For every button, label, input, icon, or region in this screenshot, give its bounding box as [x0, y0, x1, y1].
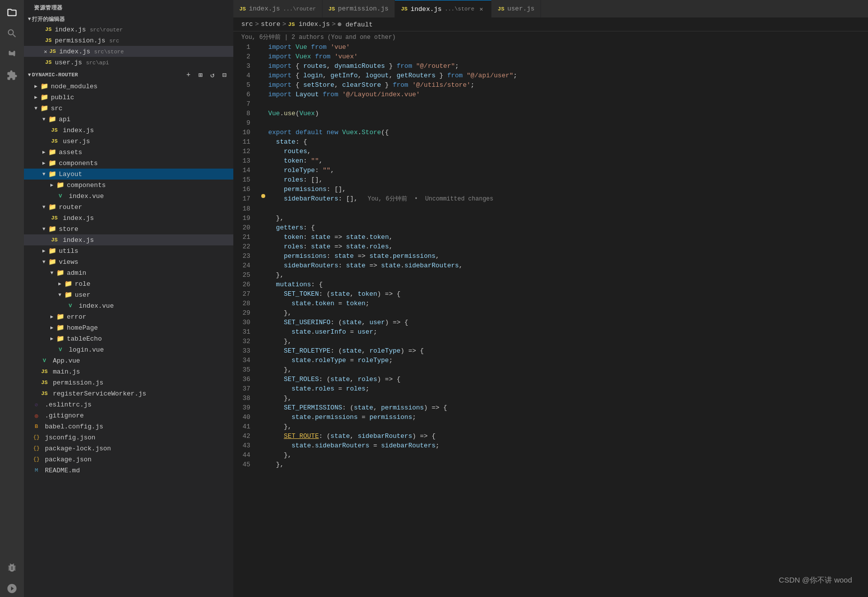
vue-icon: V [40, 358, 49, 364]
code-line-24: 24 sidebarRouters: state => state.sideba… [233, 261, 868, 270]
breadcrumb-file[interactable]: JS index.js [288, 20, 330, 28]
code-line-29: 29 }, [233, 308, 868, 318]
js-icon: JS [48, 48, 57, 54]
code-line-12: 12 routes, [233, 147, 868, 156]
code-line-40: 40 state.permissions = permissions; [233, 412, 868, 422]
tree-router-index[interactable]: JS index.js [24, 212, 233, 223]
git-change-indicator [261, 194, 265, 198]
tab-index-router[interactable]: JS index.js ...\router [233, 0, 323, 17]
tree-node-modules[interactable]: ▶ 📁 node_modules [24, 81, 233, 92]
code-editor[interactable]: 1 import Vue from 'vue' 2 import Vuex fr… [233, 42, 868, 597]
tree-permission-js[interactable]: JS permission.js [24, 377, 233, 388]
remote-icon[interactable] [3, 580, 20, 597]
code-line-30: 30 SET_USERINFO: (state, user) => { [233, 318, 868, 327]
tree-layout-components[interactable]: ▶ 📁 components [24, 180, 233, 191]
tree-login-vue[interactable]: V login.vue [24, 344, 233, 355]
tree-router[interactable]: ▼ 📁 router [24, 201, 233, 212]
code-line-3: 3 import { routes, dynamicRoutes } from … [233, 61, 868, 71]
code-line-15: 15 roles: [], [233, 175, 868, 185]
code-line-10: 10 export default new Vuex.Store({ [233, 128, 868, 137]
code-line-42: 42 SET_ROUTE: (state, sidebarRouters) =>… [233, 431, 868, 441]
breadcrumb-symbol[interactable]: ⊕ default [338, 20, 372, 28]
tree-role[interactable]: ▶ 📁 role [24, 278, 233, 289]
code-line-16: 16 permissions: [], [233, 185, 868, 194]
tree-admin[interactable]: ▼ 📁 admin [24, 267, 233, 278]
sidebar: 资源管理器 ▼ 打开的编辑器 JS index.js src\router JS… [24, 0, 233, 597]
js-icon: JS [50, 127, 59, 133]
open-file-permission[interactable]: JS permission.js src [24, 35, 233, 46]
tree-tableecho[interactable]: ▶ 📁 tableEcho [24, 333, 233, 344]
tree-api-user[interactable]: JS user.js [24, 136, 233, 147]
md-icon: M [32, 467, 41, 473]
tree-user-folder[interactable]: ▼ 📁 user [24, 289, 233, 300]
open-editors-label: 打开的编辑器 [32, 15, 229, 23]
tree-eslintrc[interactable]: ⊘ .eslintrc.js [24, 399, 233, 410]
vue-icon: V [56, 347, 65, 353]
tree-babel[interactable]: B babel.config.js [24, 421, 233, 432]
tree-store-index[interactable]: JS index.js [24, 234, 233, 245]
code-line-2: 2 import Vuex from 'vuex' [233, 52, 868, 61]
tree-app-vue[interactable]: V App.vue [24, 355, 233, 366]
js-icon: JS [44, 59, 53, 65]
tree-public[interactable]: ▶ 📁 public [24, 92, 233, 103]
tree-jsconfig[interactable]: {} jsconfig.json [24, 432, 233, 443]
tree-package-json[interactable]: {} package.json [24, 454, 233, 465]
extensions-icon[interactable] [3, 67, 20, 84]
tree-api-index[interactable]: JS index.js [24, 125, 233, 136]
tree-main-js[interactable]: JS main.js [24, 366, 233, 377]
tree-utils[interactable]: ▶ 📁 utils [24, 245, 233, 256]
code-line-39: 39 SET_PERMISSIONS: (state, permissions)… [233, 403, 868, 412]
debug-icon[interactable] [3, 559, 20, 576]
files-icon[interactable] [3, 4, 20, 21]
collapse-all-icon[interactable]: ⊟ [219, 70, 229, 80]
babel-icon: B [32, 423, 41, 429]
breadcrumb-src[interactable]: src [241, 20, 253, 28]
new-file-icon[interactable]: + [183, 70, 193, 80]
js-icon: JS [40, 391, 49, 397]
tab-user[interactable]: JS user.js [492, 0, 541, 17]
code-line-7: 7 [233, 99, 868, 109]
tree-homepage[interactable]: ▶ 📁 homePage [24, 322, 233, 333]
new-folder-icon[interactable]: ⊞ [195, 70, 205, 80]
tree-user-index-vue[interactable]: V index.vue [24, 300, 233, 311]
refresh-icon[interactable]: ↺ [207, 70, 217, 80]
source-control-icon[interactable] [3, 46, 20, 63]
breadcrumb-store[interactable]: store [261, 20, 280, 28]
tree-gitignore[interactable]: ◎ .gitignore [24, 410, 233, 421]
js-icon: JS [329, 6, 335, 12]
tree-views[interactable]: ▼ 📁 views [24, 256, 233, 267]
tab-index-store[interactable]: JS index.js ...\store ✕ [395, 0, 492, 17]
activity-bar [0, 0, 24, 597]
code-line-27: 27 SET_TOKEN: (state, token) => { [233, 289, 868, 299]
code-line-13: 13 token: "", [233, 156, 868, 166]
sidebar-title: 资源管理器 [24, 0, 233, 13]
code-line-44: 44 }, [233, 450, 868, 460]
code-line-41: 41 }, [233, 422, 868, 431]
tree-package-lock[interactable]: {} package-lock.json [24, 443, 233, 454]
code-line-43: 43 state.sidebarRouters = sidebarRouters… [233, 441, 868, 450]
tree-layout-index-vue[interactable]: V index.vue [24, 191, 233, 201]
code-line-14: 14 roleType: "", [233, 166, 868, 175]
open-editors-section[interactable]: ▼ 打开的编辑器 [24, 13, 233, 24]
tree-layout[interactable]: ▼ 📁 Layout [24, 169, 233, 180]
git-icon: ◎ [32, 412, 41, 419]
tree-readme[interactable]: M README.md [24, 465, 233, 476]
tree-components[interactable]: ▶ 📁 components [24, 158, 233, 169]
tab-permission[interactable]: JS permission.js [323, 0, 395, 17]
tree-src[interactable]: ▼ 📁 src [24, 103, 233, 114]
tree-assets[interactable]: ▶ 📁 assets [24, 147, 233, 158]
tab-close-button[interactable]: ✕ [477, 5, 485, 13]
tree-api[interactable]: ▼ 📁 api [24, 114, 233, 125]
open-file-user[interactable]: JS user.js src\api [24, 57, 233, 68]
open-file-index-router[interactable]: JS index.js src\router [24, 24, 233, 35]
open-file-index-store[interactable]: ✕ JS index.js src\store [24, 46, 233, 57]
code-line-28: 28 state.token = token; [233, 299, 868, 308]
js-icon: JS [50, 138, 59, 144]
project-section-header[interactable]: ▼ DYNAMIC-ROUTER + ⊞ ↺ ⊟ [24, 68, 233, 81]
tree-store[interactable]: ▼ 📁 store [24, 223, 233, 234]
tree-register-sw[interactable]: JS registerServiceWorker.js [24, 388, 233, 399]
search-icon[interactable] [3, 25, 20, 42]
json-icon: {} [32, 456, 41, 462]
code-line-8: 8 Vue.use(Vuex) [233, 109, 868, 118]
tree-error[interactable]: ▶ 📁 error [24, 311, 233, 322]
